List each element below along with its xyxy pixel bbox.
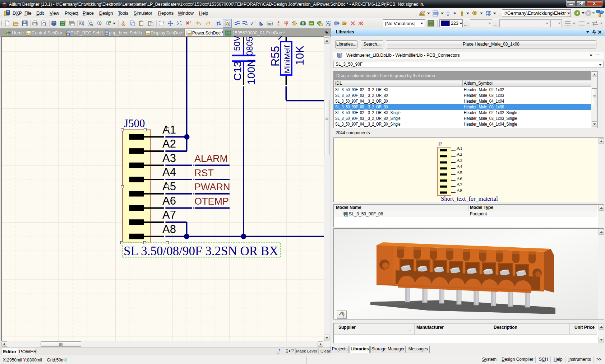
svg-text:A1: A1 <box>162 123 176 136</box>
svg-text:J500: J500 <box>124 117 145 130</box>
svg-text:A5: A5 <box>162 180 176 193</box>
svg-text:Vcc: Vcc <box>284 20 288 23</box>
svg-text:ALARM: ALARM <box>194 153 228 164</box>
svg-text:A1: A1 <box>457 145 463 151</box>
svg-text:10K: 10K <box>294 46 306 65</box>
svg-text:A8: A8 <box>162 223 176 235</box>
svg-text:D1: D1 <box>343 22 346 25</box>
svg-text:C13: C13 <box>231 61 243 81</box>
svg-text:A4: A4 <box>457 164 463 169</box>
svg-text:=Short_text_for_material: =Short_text_for_material <box>438 195 498 202</box>
svg-text:A2: A2 <box>162 137 176 150</box>
svg-text:0805: 0805 <box>245 37 254 56</box>
svg-text:J?: J? <box>438 142 442 147</box>
svg-text:A6: A6 <box>162 195 176 207</box>
svg-text:50V: 50V <box>232 36 242 51</box>
svg-text:R55: R55 <box>269 46 282 66</box>
svg-text:100N: 100N <box>245 59 257 85</box>
svg-text:A4: A4 <box>162 166 176 178</box>
svg-text:RST: RST <box>194 168 214 178</box>
svg-text:A8: A8 <box>457 188 463 193</box>
svg-text:A3: A3 <box>162 152 176 164</box>
svg-text:A5: A5 <box>457 170 463 175</box>
svg-text:Net1: Net1 <box>268 22 273 25</box>
svg-text:OTEMP: OTEMP <box>194 196 229 207</box>
svg-text:A2: A2 <box>457 151 463 157</box>
svg-text:A7: A7 <box>457 182 463 187</box>
svg-text:A6: A6 <box>457 176 463 181</box>
svg-text:PWARN: PWARN <box>194 182 230 192</box>
svg-text:MiniMelf: MiniMelf <box>283 45 291 73</box>
svg-text:A3: A3 <box>457 158 463 163</box>
svg-text:A7: A7 <box>162 209 176 221</box>
svg-text:SL 3.50/08/90F 3.2SN OR BX: SL 3.50/08/90F 3.2SN OR BX <box>124 244 278 258</box>
